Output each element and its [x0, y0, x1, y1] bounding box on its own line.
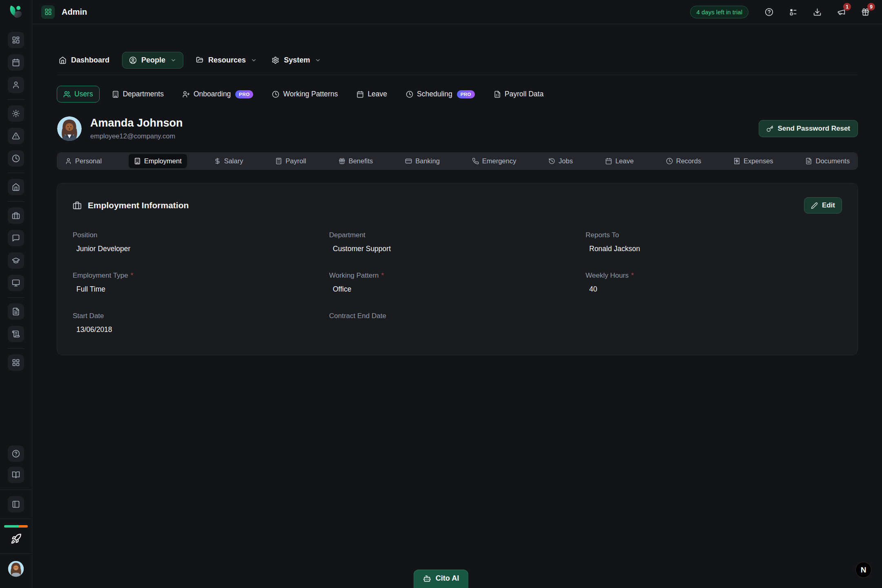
employment-information-card: Employment Information Edit Position Jun… — [57, 183, 858, 355]
admin-grid-icon — [41, 5, 55, 19]
sidebar-item-recruitment[interactable] — [8, 207, 24, 224]
tab-onboarding[interactable]: Onboarding PRO — [176, 86, 260, 102]
employee-email: employee12@company.com — [90, 132, 183, 140]
nextjs-dev-badge[interactable]: N — [855, 562, 871, 578]
sidebar-item-contracts[interactable] — [8, 326, 24, 342]
cito-ai-button[interactable]: Cito AI — [414, 570, 468, 588]
sidebar-item-daily[interactable] — [8, 105, 24, 122]
topbar-help-button[interactable] — [761, 4, 777, 20]
sidebar-item-assets[interactable] — [8, 275, 24, 291]
nav-item-system[interactable]: System — [270, 52, 323, 69]
chevron-down-icon — [315, 57, 321, 63]
primary-nav: Dashboard People Resources System — [57, 52, 858, 69]
sidebar-item-dashboard[interactable] — [8, 32, 24, 48]
nav-item-dashboard[interactable]: Dashboard — [57, 52, 111, 69]
sidebar-item-documents[interactable] — [8, 303, 24, 320]
field-employment-type: Employment Type * Full Time — [73, 272, 329, 294]
sidebar-item-people[interactable] — [8, 77, 24, 93]
tab-payroll-data[interactable]: Payroll Data — [487, 86, 550, 102]
topbar-download-button[interactable] — [809, 4, 825, 20]
sidebar-item-alerts[interactable] — [8, 128, 24, 144]
profile-tab-records[interactable]: Records — [661, 154, 706, 168]
field-position: Position Junior Developer — [73, 231, 329, 254]
field-contract-end-date: Contract End Date — [329, 312, 586, 334]
tab-departments[interactable]: Departments — [105, 86, 170, 102]
field-department: Department Customer Support — [329, 231, 586, 254]
sidebar-divider — [7, 201, 24, 202]
send-password-reset-button[interactable]: Send Password Reset — [759, 120, 858, 137]
tab-scheduling[interactable]: Scheduling PRO — [399, 86, 481, 102]
card-title: Employment Information — [88, 200, 189, 210]
profile-tab-salary[interactable]: Salary — [209, 154, 249, 168]
page-title: Admin — [62, 7, 87, 17]
sidebar-divider — [7, 297, 24, 298]
profile-tab-leave[interactable]: Leave — [600, 154, 639, 168]
progress-orange-segment — [19, 525, 28, 528]
chevron-down-icon — [251, 57, 257, 63]
profile-tab-personal[interactable]: Personal — [60, 154, 107, 168]
usage-progress — [4, 525, 28, 528]
edit-button[interactable]: Edit — [804, 197, 842, 214]
field-contract-end-date-value — [329, 325, 586, 334]
nav-divider — [57, 75, 858, 75]
profile-tab-expenses[interactable]: Expenses — [728, 154, 778, 168]
brand-logo-icon — [8, 4, 24, 20]
profile-tab-jobs[interactable]: Jobs — [543, 154, 578, 168]
tab-users[interactable]: Users — [57, 86, 100, 102]
sidebar-user-avatar[interactable] — [8, 561, 24, 577]
topbar-tasks-button[interactable] — [785, 4, 801, 20]
briefcase-icon — [73, 201, 82, 210]
sidebar-divider — [7, 99, 24, 100]
field-weekly-hours-value: 40 — [586, 285, 842, 294]
sidebar-item-collapse-sidebar[interactable] — [8, 496, 24, 512]
profile-tab-payroll[interactable]: Payroll — [270, 154, 311, 168]
profile-section-tabs: Personal Employment Salary Payroll Benef… — [57, 152, 858, 170]
sidebar-item-messages[interactable] — [8, 230, 24, 246]
sidebar-item-time[interactable] — [8, 150, 24, 167]
profile-tab-benefits[interactable]: Benefits — [333, 154, 379, 168]
tab-leave[interactable]: Leave — [350, 86, 394, 102]
nav-item-resources[interactable]: Resources — [194, 52, 259, 69]
upgrade-rocket-button[interactable] — [11, 533, 22, 547]
app-logo[interactable] — [0, 0, 32, 24]
field-reports-to: Reports To Ronald Jackson — [586, 231, 842, 254]
tab-working-patterns[interactable]: Working Patterns — [265, 86, 344, 102]
field-weekly-hours: Weekly Hours * 40 — [586, 272, 842, 294]
sidebar-item-guide[interactable] — [8, 467, 24, 483]
nav-item-people[interactable]: People — [122, 52, 183, 69]
profile-tab-documents[interactable]: Documents — [800, 154, 855, 168]
profile-tab-employment[interactable]: Employment — [129, 154, 187, 168]
field-reports-to-value: Ronald Jackson — [586, 245, 842, 254]
employee-name: Amanda Johnson — [90, 117, 183, 129]
pro-badge: PRO — [457, 90, 475, 98]
sidebar-item-training[interactable] — [8, 252, 24, 269]
field-start-date-value: 13/06/2018 — [73, 325, 329, 334]
notification-badge: 9 — [867, 3, 875, 11]
profile-header: Amanda Johnson employee12@company.com Se… — [57, 116, 858, 141]
field-working-pattern: Working Pattern * Office — [329, 272, 586, 294]
sidebar-item-apps[interactable] — [8, 354, 24, 371]
employment-fields: Position Junior Developer Department Cus… — [73, 231, 842, 334]
field-employment-type-value: Full Time — [73, 285, 329, 294]
notification-badge: 1 — [843, 3, 851, 11]
sidebar-nav — [7, 32, 24, 377]
profile-tab-banking[interactable]: Banking — [400, 154, 445, 168]
sidebar — [0, 0, 32, 588]
key-icon — [766, 125, 773, 132]
field-start-date: Start Date 13/06/2018 — [73, 312, 329, 334]
topbar: Admin 4 days left in trial 1 — [32, 0, 882, 24]
topbar-whats-new-button[interactable]: 9 — [858, 4, 873, 20]
sidebar-item-calendar[interactable] — [8, 54, 24, 71]
topbar-actions: 1 9 — [761, 4, 873, 20]
sidebar-bottom — [0, 445, 32, 588]
field-position-value: Junior Developer — [73, 245, 329, 254]
rocket-icon — [11, 533, 22, 544]
profile-tab-emergency[interactable]: Emergency — [467, 154, 521, 168]
employee-avatar — [57, 116, 82, 141]
sidebar-item-home[interactable] — [8, 179, 24, 195]
chevron-down-icon — [170, 57, 176, 63]
sidebar-item-help[interactable] — [8, 445, 24, 462]
main-content: Dashboard People Resources System Users — [33, 24, 882, 588]
topbar-announcements-button[interactable]: 1 — [833, 4, 849, 20]
required-marker: * — [381, 272, 384, 280]
